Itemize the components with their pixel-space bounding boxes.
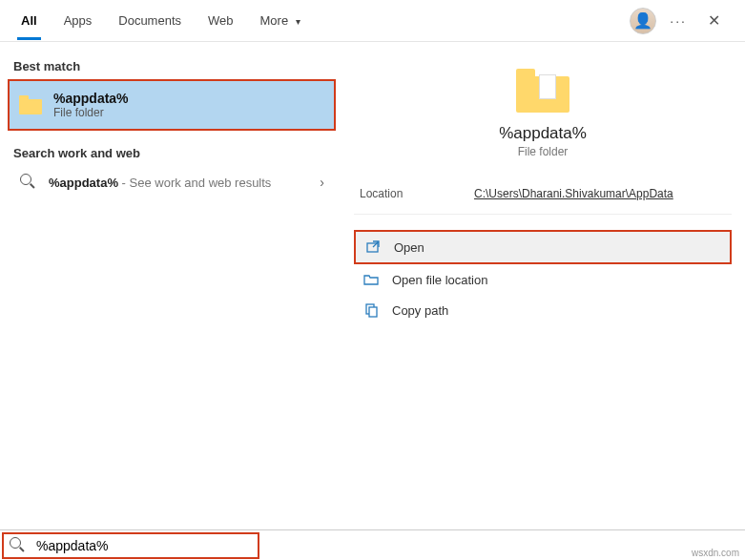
action-copy-path[interactable]: Copy path (354, 295, 732, 325)
search-icon (10, 537, 27, 554)
search-icon (20, 174, 37, 191)
action-open-label: Open (394, 240, 424, 255)
svg-rect-2 (369, 307, 377, 317)
preview-pane: %appdata% File folder Location C:\Users\… (343, 42, 745, 529)
tab-more[interactable]: More ▾ (247, 2, 314, 39)
folder-open-icon (363, 272, 379, 287)
web-result-text: %appdata% - See work and web results (49, 176, 271, 190)
best-match-title: %appdata% (53, 91, 129, 106)
content-area: Best match %appdata% File folder Search … (0, 42, 745, 529)
web-result-query: %appdata% (49, 176, 118, 190)
tab-web[interactable]: Web (195, 2, 247, 39)
actions-list: Open Open file location Copy path (354, 230, 732, 325)
location-row: Location C:\Users\Dharani.Shivakumar\App… (354, 168, 732, 215)
web-section-label: Search work and web (13, 146, 336, 160)
action-open-location[interactable]: Open file location (354, 264, 732, 295)
more-options-button[interactable]: ··· (670, 13, 687, 29)
top-tab-bar: All Apps Documents Web More ▾ 👤 ··· ✕ (0, 0, 745, 42)
chevron-down-icon: ▾ (296, 16, 300, 27)
close-button[interactable]: ✕ (700, 8, 728, 33)
tabs: All Apps Documents Web More ▾ (8, 2, 630, 39)
chevron-right-icon: › (320, 175, 324, 190)
preview-header: %appdata% File folder (354, 52, 732, 168)
action-open[interactable]: Open (354, 230, 732, 264)
copy-icon (363, 302, 379, 318)
action-open-location-label: Open file location (392, 273, 487, 287)
best-match-label: Best match (13, 59, 336, 73)
location-path-link[interactable]: C:\Users\Dharani.Shivakumar\AppData (474, 187, 673, 200)
preview-title: %appdata% (354, 124, 732, 143)
best-match-subtitle: File folder (53, 106, 129, 119)
watermark: wsxdn.com (692, 548, 739, 558)
tab-all[interactable]: All (8, 2, 51, 39)
user-avatar[interactable]: 👤 (630, 8, 656, 34)
web-result-suffix: - See work and web results (118, 176, 271, 190)
best-match-text: %appdata% File folder (53, 91, 129, 119)
folder-icon-large (516, 69, 569, 113)
taskbar-search (0, 529, 745, 560)
results-pane: Best match %appdata% File folder Search … (0, 42, 343, 529)
open-icon (365, 239, 381, 255)
tab-documents[interactable]: Documents (105, 2, 195, 39)
action-copy-path-label: Copy path (392, 303, 448, 318)
tab-apps[interactable]: Apps (51, 2, 106, 39)
preview-subtitle: File folder (354, 145, 732, 158)
best-match-item[interactable]: %appdata% File folder (8, 79, 336, 131)
search-input[interactable] (32, 536, 258, 555)
location-label: Location (360, 187, 474, 200)
tab-more-label: More (260, 13, 289, 28)
folder-icon (19, 95, 42, 114)
search-box-container[interactable] (2, 532, 259, 559)
web-result-item[interactable]: %appdata% - See work and web results › (8, 166, 336, 198)
topbar-right: 👤 ··· ✕ (630, 8, 737, 34)
